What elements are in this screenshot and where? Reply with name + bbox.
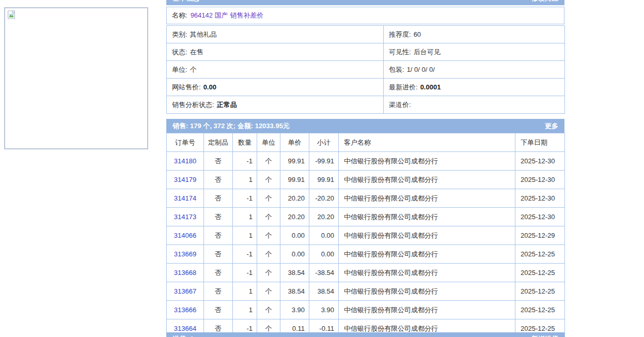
info-row: 类别:其他礼品推荐度:60 [167, 26, 565, 43]
product-name-link[interactable]: 964142 国产 销售补差价 [191, 11, 264, 20]
sales-cell: 中信银行股份有限公司成都分行 [339, 301, 515, 319]
sales-cell: 中信银行股份有限公司成都分行 [339, 152, 515, 171]
sales-cell: 20.20 [280, 189, 309, 208]
sales-cell: 否 [204, 282, 233, 301]
sales-cell: 否 [204, 152, 233, 171]
sales-cell: 2025-12-25 [515, 264, 565, 282]
order-number-link[interactable]: 314173 [174, 213, 196, 221]
field-label: 网站售价: [172, 83, 201, 91]
field-label: 状态: [172, 48, 187, 56]
order-number-link[interactable]: 314066 [174, 232, 196, 239]
sales-cell: -1 [233, 245, 257, 264]
sales-cell: -38.54 [309, 264, 339, 282]
product-image-placeholder [4, 7, 148, 149]
sales-cell: -99.91 [309, 152, 339, 171]
sales-cell: 否 [204, 208, 233, 226]
order-number-cell: 313668 [167, 264, 204, 282]
sales-cell: 个 [257, 245, 280, 264]
sales-column-header: 数量 [233, 133, 257, 152]
sales-cell: 2025-12-30 [515, 208, 565, 226]
order-number-link[interactable]: 314179 [174, 176, 196, 183]
sales-cell: 1 [233, 171, 257, 189]
order-number-link[interactable]: 313667 [174, 287, 196, 295]
field-label: 销售分析状态: [172, 101, 214, 109]
info-cell-left: 类别:其他礼品 [167, 26, 384, 43]
sales-cell: 99.91 [309, 171, 339, 189]
sales-cell: 0.00 [309, 245, 339, 264]
sales-column-header: 订单号 [167, 133, 204, 152]
info-cell-right: 最新进价:0.0001 [384, 79, 565, 96]
sales-cell: -1 [233, 189, 257, 208]
modify-product-link[interactable]: 修改商品 [531, 0, 558, 3]
sales-cell: 中信银行股份有限公司成都分行 [339, 226, 515, 245]
sales-cell: 中信银行股份有限公司成都分行 [339, 208, 515, 226]
order-number-cell: 314179 [167, 171, 204, 189]
purchase-action-link[interactable]: 新增进货 [531, 334, 558, 337]
sales-cell: 否 [204, 301, 233, 319]
sales-cell: 个 [257, 171, 280, 189]
product-detail-page: 基本信息 修改商品 名称: 964142 国产 销售补差价 类别:其他礼品推荐度… [0, 0, 644, 337]
sales-order-row: 314173否1个20.2020.20中信银行股份有限公司成都分行2025-12… [167, 208, 565, 226]
sales-cell: 中信银行股份有限公司成都分行 [339, 171, 515, 189]
field-value: 0.0001 [420, 83, 441, 91]
info-cell-left: 单位:个 [167, 61, 384, 79]
field-value: 60 [414, 30, 421, 38]
sales-cell: 否 [204, 226, 233, 245]
sales-cell: 否 [204, 189, 233, 208]
order-number-cell: 314174 [167, 189, 204, 208]
sales-more-link[interactable]: 更多 [545, 121, 558, 131]
sales-cell: 3.90 [280, 301, 309, 319]
sales-cell: 中信银行股份有限公司成都分行 [339, 282, 515, 301]
order-number-link[interactable]: 313668 [174, 269, 196, 277]
purchase-header-bar: 进货: 1 新增进货 [166, 332, 564, 337]
sales-cell: 1 [233, 301, 257, 319]
sales-cell: 个 [257, 152, 280, 171]
info-cell-right: 可见性:后台可见 [384, 43, 565, 61]
sales-order-row: 313669否-1个0.000.00中信银行股份有限公司成都分行2025-12-… [167, 245, 565, 264]
sales-order-row: 313666否1个3.903.90中信银行股份有限公司成都分行2025-12-2… [167, 301, 565, 319]
field-label: 推荐度: [389, 30, 411, 38]
sales-cell: 20.20 [280, 208, 309, 226]
order-number-link[interactable]: 313664 [174, 325, 196, 332]
sales-cell: 个 [257, 264, 280, 282]
sales-column-header: 下单日期 [515, 133, 565, 152]
sales-cell: 2025-12-29 [515, 226, 565, 245]
sales-cell: -1 [233, 264, 257, 282]
order-number-link[interactable]: 313669 [174, 250, 196, 258]
sales-cell: 38.54 [309, 282, 339, 301]
sales-cell: 个 [257, 189, 280, 208]
sales-cell: 99.91 [280, 152, 309, 171]
order-number-link[interactable]: 314180 [174, 157, 196, 165]
sales-cell: 1 [233, 282, 257, 301]
order-number-link[interactable]: 314174 [174, 194, 196, 202]
basic-info-header-bar: 基本信息 修改商品 [166, 0, 564, 5]
sales-cell: -1 [233, 152, 257, 171]
info-cell-right: 推荐度:60 [384, 26, 565, 43]
field-label: 包装: [389, 66, 404, 73]
field-label: 渠道价: [389, 101, 411, 109]
sales-cell: 否 [204, 264, 233, 282]
sales-cell: 38.54 [280, 264, 309, 282]
order-number-cell: 314180 [167, 152, 204, 171]
sales-cell: 个 [257, 282, 280, 301]
sales-cell: 个 [257, 226, 280, 245]
order-number-cell: 314066 [167, 226, 204, 245]
sales-header-bar: 销售: 179 个, 372 次; 金额: 12033.95元 更多 [166, 119, 564, 133]
sales-cell: 2025-12-30 [515, 171, 565, 189]
field-value: 在售 [190, 48, 203, 56]
field-value: 其他礼品 [190, 30, 217, 38]
info-row: 网站售价:0.00最新进价:0.0001 [167, 79, 565, 96]
field-label: 类别: [172, 30, 187, 38]
sales-cell: 中信银行股份有限公司成都分行 [339, 189, 515, 208]
order-number-link[interactable]: 313666 [174, 306, 196, 314]
sales-table-body: 314180否-1个99.91-99.91中信银行股份有限公司成都分行2025-… [167, 152, 565, 337]
field-label: 可见性: [389, 48, 411, 56]
field-value: 后台可见 [414, 48, 441, 56]
broken-image-icon [7, 10, 17, 20]
field-value: 个 [190, 66, 197, 73]
info-table-body: 类别:其他礼品推荐度:60状态:在售可见性:后台可见单位:个包装:1/ 0/ 0… [167, 26, 565, 114]
sales-cell: 3.90 [309, 301, 339, 319]
sales-column-header: 小计 [309, 133, 339, 152]
sales-cell: 否 [204, 171, 233, 189]
order-number-cell: 314173 [167, 208, 204, 226]
